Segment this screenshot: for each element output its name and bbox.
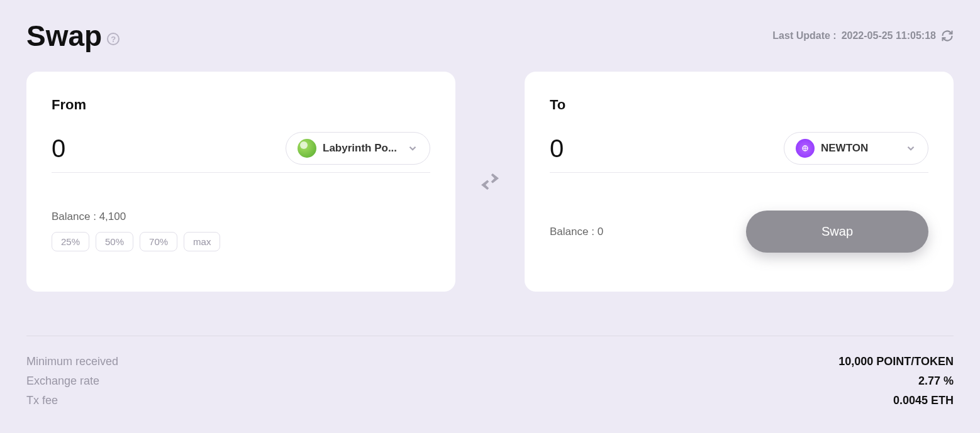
title-container: Swap ? [26, 19, 120, 53]
pct-50-button[interactable]: 50% [96, 232, 133, 251]
from-amount-row: Labyrinth Po... [52, 132, 430, 173]
to-token-select[interactable]: NEWTON [784, 132, 928, 165]
divider [26, 336, 954, 336]
minimum-received-value: 10,000 POINT/TOKEN [838, 355, 954, 368]
info-exchange-rate: Exchange rate 2.77 % [26, 375, 954, 388]
to-token-icon [796, 139, 815, 158]
from-label: From [52, 97, 430, 113]
pct-max-button[interactable]: max [184, 232, 220, 251]
swap-info: Minimum received 10,000 POINT/TOKEN Exch… [26, 355, 954, 407]
exchange-rate-value: 2.77 % [918, 375, 954, 388]
from-amount-input[interactable] [52, 134, 177, 163]
last-update-time: 2022-05-25 11:05:18 [842, 30, 936, 41]
from-token-icon [298, 139, 316, 158]
chevron-down-icon [407, 143, 418, 154]
to-balance-label: Balance : [550, 226, 594, 238]
page-header: Swap ? Last Update : 2022-05-25 11:05:18 [26, 19, 954, 53]
pct-70-button[interactable]: 70% [140, 232, 177, 251]
minimum-received-label: Minimum received [26, 355, 118, 368]
pct-25-button[interactable]: 25% [52, 232, 89, 251]
info-tx-fee: Tx fee 0.0045 ETH [26, 394, 954, 407]
to-amount-row: NEWTON [550, 132, 928, 173]
info-minimum-received: Minimum received 10,000 POINT/TOKEN [26, 355, 954, 368]
percentage-buttons: 25% 50% 70% max [52, 232, 430, 251]
last-update: Last Update : 2022-05-25 11:05:18 [772, 30, 954, 42]
refresh-icon[interactable] [941, 30, 954, 42]
from-token-name: Labyrinth Po... [323, 142, 401, 155]
tx-fee-label: Tx fee [26, 394, 58, 407]
to-bottom-row: Balance : 0 Swap [550, 211, 928, 253]
exchange-rate-label: Exchange rate [26, 375, 99, 388]
to-amount-input[interactable] [550, 134, 676, 163]
from-balance-label: Balance : [52, 211, 96, 222]
to-label: To [550, 97, 928, 113]
from-token-select[interactable]: Labyrinth Po... [286, 132, 430, 165]
page-title: Swap [26, 19, 102, 53]
from-balance: Balance : 4,100 [52, 211, 430, 223]
from-balance-info: Balance : 4,100 25% 50% 70% max [52, 211, 430, 251]
swap-button[interactable]: Swap [746, 211, 928, 253]
help-icon[interactable]: ? [107, 33, 120, 45]
chevron-down-icon [905, 143, 916, 154]
to-token-name: NEWTON [821, 142, 899, 155]
last-update-label: Last Update : [772, 30, 836, 41]
from-card: From Labyrinth Po... Balance : 4,100 25%… [26, 72, 455, 292]
swap-container: From Labyrinth Po... Balance : 4,100 25%… [26, 72, 954, 292]
tx-fee-value: 0.0045 ETH [893, 394, 954, 407]
to-balance-value: 0 [598, 226, 603, 238]
swap-direction-icon[interactable] [474, 168, 506, 195]
to-balance: Balance : 0 [550, 226, 603, 238]
to-card: To NEWTON Balance : 0 Swap [525, 72, 954, 292]
from-balance-value: 4,100 [99, 211, 126, 222]
